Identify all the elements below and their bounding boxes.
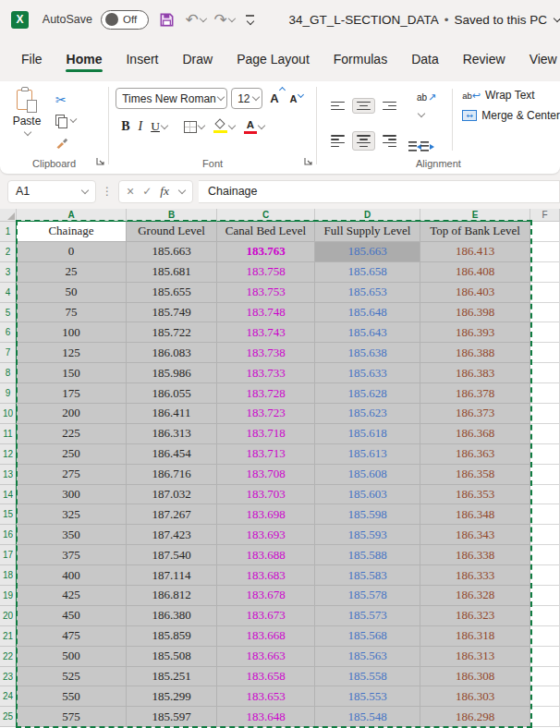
borders-button[interactable]: [180, 119, 208, 135]
column-header-B[interactable]: B: [127, 209, 217, 222]
cell-E14[interactable]: 186.353: [420, 485, 530, 505]
row-header-14[interactable]: 14: [0, 485, 17, 505]
row-header-3[interactable]: 3: [0, 262, 17, 283]
cell-E1[interactable]: Top of Bank Level: [420, 222, 530, 242]
cell-B5[interactable]: 185.749: [127, 303, 217, 323]
cell-C2[interactable]: 183.763: [217, 242, 315, 262]
cell-E19[interactable]: 186.328: [420, 586, 530, 606]
cell-E23[interactable]: 186.308: [420, 667, 530, 687]
cell-B16[interactable]: 187.423: [127, 525, 217, 545]
cell-A23[interactable]: 525: [17, 667, 127, 687]
cell-E16[interactable]: 186.343: [420, 525, 530, 545]
cell-C5[interactable]: 183.748: [217, 303, 315, 323]
cell-F19[interactable]: [530, 586, 560, 606]
row-header-9[interactable]: 9: [0, 383, 17, 404]
cell-E8[interactable]: 186.383: [420, 363, 530, 383]
tab-insert[interactable]: Insert: [114, 44, 170, 76]
document-title[interactable]: 34_GT_L-SECTION_DATA • Saved to this PC: [288, 13, 560, 27]
cell-A24[interactable]: 550: [17, 686, 127, 707]
underline-button[interactable]: U: [147, 117, 171, 136]
cell-A20[interactable]: 450: [17, 606, 127, 626]
cell-C11[interactable]: 183.718: [217, 424, 315, 444]
select-all-corner[interactable]: [0, 209, 17, 222]
cell-F2[interactable]: [530, 242, 560, 262]
borders-dropdown-icon[interactable]: [198, 121, 205, 128]
cell-C19[interactable]: 183.678: [217, 586, 315, 606]
tab-page-layout[interactable]: Page Layout: [225, 44, 322, 76]
cell-C4[interactable]: 183.753: [217, 283, 315, 303]
cell-A25[interactable]: 575: [17, 707, 127, 727]
row-header-1[interactable]: 1: [0, 222, 17, 242]
save-button[interactable]: [157, 9, 177, 30]
cut-button[interactable]: ✂: [55, 91, 76, 107]
cell-B8[interactable]: 185.986: [127, 363, 217, 383]
cell-E17[interactable]: 186.338: [420, 545, 530, 565]
underline-dropdown-icon[interactable]: [161, 121, 168, 128]
cell-E21[interactable]: 186.318: [420, 626, 530, 647]
enter-icon[interactable]: ✓: [142, 185, 152, 198]
cell-A21[interactable]: 475: [17, 626, 127, 647]
cell-E18[interactable]: 186.333: [420, 565, 530, 586]
cell-D15[interactable]: 185.598: [315, 504, 420, 525]
cell-A22[interactable]: 500: [17, 647, 127, 667]
cell-D12[interactable]: 185.613: [315, 444, 420, 465]
cell-F9[interactable]: [530, 383, 560, 404]
tab-draw[interactable]: Draw: [170, 44, 225, 76]
tab-home[interactable]: Home: [55, 44, 115, 76]
formula-input[interactable]: Chainage: [199, 180, 560, 203]
cell-D4[interactable]: 185.653: [315, 283, 420, 303]
copy-dropdown-icon[interactable]: [70, 115, 78, 123]
font-name-combo[interactable]: Times New Roman: [116, 88, 227, 109]
cell-B7[interactable]: 186.083: [127, 343, 217, 363]
tab-data[interactable]: Data: [399, 44, 451, 76]
cell-C20[interactable]: 183.673: [217, 606, 315, 626]
cancel-icon[interactable]: ×: [127, 184, 134, 199]
row-header-22[interactable]: 22: [0, 647, 17, 667]
row-header-8[interactable]: 8: [0, 363, 17, 383]
cell-A2[interactable]: 0: [17, 242, 127, 262]
cell-A13[interactable]: 275: [17, 465, 127, 485]
cell-E24[interactable]: 186.303: [420, 686, 530, 707]
cell-D24[interactable]: 185.553: [315, 686, 420, 707]
cell-D13[interactable]: 185.608: [315, 465, 420, 485]
cell-B18[interactable]: 187.114: [127, 565, 217, 586]
cell-F18[interactable]: [530, 565, 560, 586]
cell-E15[interactable]: 186.348: [420, 504, 530, 525]
excel-logo-icon[interactable]: X: [11, 11, 29, 29]
cell-B10[interactable]: 186.411: [127, 404, 217, 424]
cell-C14[interactable]: 183.703: [217, 485, 315, 505]
cell-B4[interactable]: 185.655: [127, 283, 217, 303]
cell-B9[interactable]: 186.055: [127, 383, 217, 404]
cell-B6[interactable]: 185.722: [127, 322, 217, 343]
cell-C15[interactable]: 183.698: [217, 504, 315, 525]
cell-D25[interactable]: 185.548: [315, 707, 420, 727]
orientation-button[interactable]: ab↗: [412, 88, 441, 124]
row-header-21[interactable]: 21: [0, 626, 17, 647]
cell-A9[interactable]: 175: [17, 383, 127, 404]
cell-F24[interactable]: [530, 686, 560, 707]
fill-color-dropdown-icon[interactable]: [228, 121, 236, 128]
copy-button[interactable]: [55, 113, 76, 128]
cell-B20[interactable]: 186.380: [127, 606, 217, 626]
cell-D1[interactable]: Full Supply Level: [315, 222, 420, 242]
cell-E7[interactable]: 186.388: [420, 343, 530, 363]
cell-F7[interactable]: [530, 343, 560, 363]
cell-F13[interactable]: [530, 465, 560, 485]
cell-A1[interactable]: Chainage: [17, 222, 127, 242]
cell-F21[interactable]: [530, 626, 560, 647]
cell-D5[interactable]: 185.648: [315, 303, 420, 323]
cell-C17[interactable]: 183.688: [217, 545, 315, 565]
row-header-24[interactable]: 24: [0, 686, 17, 707]
cell-C6[interactable]: 183.743: [217, 322, 315, 343]
align-left-button[interactable]: [326, 131, 349, 151]
cell-D7[interactable]: 185.638: [315, 343, 420, 363]
bold-button[interactable]: B: [117, 117, 133, 136]
cell-E4[interactable]: 186.403: [420, 283, 530, 303]
cell-C9[interactable]: 183.728: [217, 383, 315, 404]
row-header-18[interactable]: 18: [0, 565, 17, 586]
cell-F8[interactable]: [530, 363, 560, 383]
cell-E20[interactable]: 186.323: [420, 606, 530, 626]
column-header-F[interactable]: F: [530, 209, 560, 222]
align-middle-button[interactable]: [352, 98, 375, 114]
row-header-13[interactable]: 13: [0, 465, 17, 485]
